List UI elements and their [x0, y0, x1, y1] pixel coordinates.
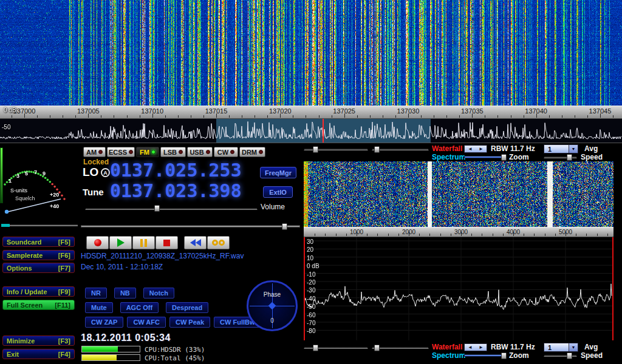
audio-db-label: -30	[307, 286, 315, 294]
scroll-right-icon[interactable]: ►	[479, 345, 484, 350]
soundcard-button[interactable]: Soundcard[F5]	[2, 237, 75, 247]
tune-frequency-display[interactable]: 0137.023.398	[110, 182, 242, 200]
speed-slider-thumb[interactable]	[567, 352, 572, 359]
rf-frequency-scale[interactable]: 1370001370051370101370151370201370251370…	[0, 106, 622, 119]
scroll-left-icon[interactable]: ◄	[468, 345, 473, 350]
zoom-slider[interactable]	[464, 354, 507, 357]
audio-tick-minor	[325, 234, 326, 236]
dsp-button-cw-peak[interactable]: CW Peak	[169, 317, 210, 328]
spectrum-left-edge	[304, 237, 305, 340]
avg-select[interactable]: 1▼	[544, 144, 578, 153]
scroll-left-icon[interactable]: ◄	[468, 147, 473, 152]
playback-position-thumb[interactable]	[282, 223, 287, 230]
scroll-right-icon[interactable]: ►	[479, 147, 484, 152]
audio-db-label: -40	[307, 295, 315, 303]
pause-button[interactable]	[132, 236, 155, 249]
rf-tick-minor	[485, 115, 485, 118]
mode-button-row: AMECSSFMLSBUSBCWDRM	[83, 147, 265, 157]
phase-indicator[interactable]: Phase 0	[247, 280, 298, 331]
rf-waterfall-display[interactable]	[0, 0, 622, 106]
contrast-slider[interactable]	[372, 148, 429, 150]
audio-waterfall-display[interactable]	[304, 161, 613, 227]
squelch-slider[interactable]	[1, 224, 78, 226]
lock-a-icon[interactable]: A	[101, 168, 110, 177]
loop-button[interactable]	[207, 236, 230, 249]
mode-button-usb[interactable]: USB	[187, 147, 213, 157]
dsp-button-cw-afc[interactable]: CW AFC	[127, 317, 166, 328]
dsp-button-cw-zap[interactable]: CW ZAP	[85, 317, 123, 328]
zoom-label: Zoom	[509, 153, 529, 161]
contrast-slider[interactable]	[372, 346, 429, 349]
dsp-button-nb[interactable]: NB	[114, 288, 136, 298]
dsp-button-agc-off[interactable]: AGC Off	[120, 302, 159, 313]
dsp-button-nr[interactable]: NR	[85, 288, 107, 298]
waterfall-label[interactable]: Waterfall	[432, 145, 462, 153]
mode-label-cw: CW	[217, 149, 228, 156]
dsp-button-grid: NRNBNotchMuteAGC OffDespreadCW ZAPCW AFC…	[85, 288, 261, 331]
audio-db-label: 10	[307, 254, 313, 262]
mode-label-fm: FM	[140, 149, 149, 156]
audio-spectrum-display[interactable]	[304, 237, 613, 340]
info-update-button[interactable]: Info / Update[F9]	[2, 286, 75, 297]
rf-tick-minor	[75, 115, 76, 118]
full-screen-button[interactable]: Full Screen[F11]	[2, 300, 75, 310]
svg-text:+20: +20	[50, 192, 59, 198]
mode-button-ecss[interactable]: ECSS	[107, 147, 135, 157]
dsp-button-notch[interactable]: Notch	[143, 288, 174, 298]
rewind-button[interactable]	[184, 236, 207, 249]
audio-db-label: -70	[307, 319, 315, 327]
rf-tick-major	[600, 113, 601, 118]
volume-slider-thumb[interactable]	[154, 205, 160, 212]
mode-button-lsb[interactable]: LSB	[160, 147, 186, 157]
dsp-button-despread[interactable]: Despread	[166, 302, 208, 313]
mode-button-fm[interactable]: FM	[136, 147, 159, 157]
minimize-button[interactable]: Minimize[F3]	[2, 335, 75, 346]
exit-button[interactable]: Exit[F4]	[2, 349, 75, 359]
zoom-slider-thumb[interactable]	[501, 352, 507, 359]
mode-label-lsb: LSB	[163, 149, 177, 156]
brightness-slider-thumb[interactable]	[313, 146, 318, 153]
zoom-slider-thumb[interactable]	[501, 154, 507, 161]
freqmgr-button[interactable]: FreqMgr	[260, 167, 296, 178]
options-button[interactable]: Options[F7]	[2, 263, 75, 273]
avg-select[interactable]: 1▼	[544, 343, 578, 352]
cpu-hdsdr-bar	[81, 346, 140, 352]
mode-button-drm[interactable]: DRM	[239, 147, 265, 157]
waterfall-label[interactable]: Waterfall	[432, 343, 462, 351]
soundcard-label: Soundcard	[7, 238, 41, 246]
rf-spectrum-display[interactable]	[0, 119, 622, 143]
play-button[interactable]	[109, 236, 132, 249]
mode-button-cw[interactable]: CW	[214, 147, 238, 157]
stop-button[interactable]	[156, 236, 178, 249]
speed-slider-thumb[interactable]	[567, 154, 572, 161]
rf-tick-minor	[421, 115, 422, 118]
full-screen-key: [F11]	[55, 302, 70, 309]
s-meter: 13579+20+40S-unitsSquelch	[1, 144, 80, 224]
extio-button[interactable]: ExtIO	[263, 186, 293, 198]
playback-position-slider[interactable]	[81, 225, 300, 228]
rf-tick-major	[216, 113, 217, 118]
lo-frequency-display[interactable]: 0137.025.253	[110, 161, 242, 180]
contrast-slider-thumb[interactable]	[374, 345, 380, 351]
brightness-slider-thumb[interactable]	[313, 345, 318, 351]
rf-tick-minor	[178, 115, 179, 118]
zoom-slider[interactable]	[464, 156, 507, 158]
rf-tick-minor	[114, 115, 114, 118]
record-button[interactable]	[86, 236, 109, 249]
spectrum-label[interactable]: Spectrum	[432, 153, 465, 161]
volume-slider[interactable]	[85, 207, 258, 210]
audio-db-label: -50	[307, 303, 315, 311]
rf-tick-minor	[165, 115, 166, 118]
audio-frequency-scale[interactable]: 10002000300040005000	[304, 227, 613, 237]
rf-spectrum-panel	[0, 119, 622, 143]
dsp-button-mute[interactable]: Mute	[85, 302, 113, 313]
spectrum-label[interactable]: Spectrum	[432, 352, 465, 360]
samplerate-button[interactable]: Samplerate[F6]	[2, 250, 75, 260]
contrast-slider-thumb[interactable]	[374, 146, 380, 153]
mode-led-icon	[206, 150, 210, 154]
mode-button-am[interactable]: AM	[83, 147, 106, 157]
svg-text:1: 1	[9, 178, 12, 184]
cpu-total-fill	[82, 355, 117, 360]
mode-led-icon	[129, 150, 133, 154]
rewind-icon	[190, 239, 201, 246]
